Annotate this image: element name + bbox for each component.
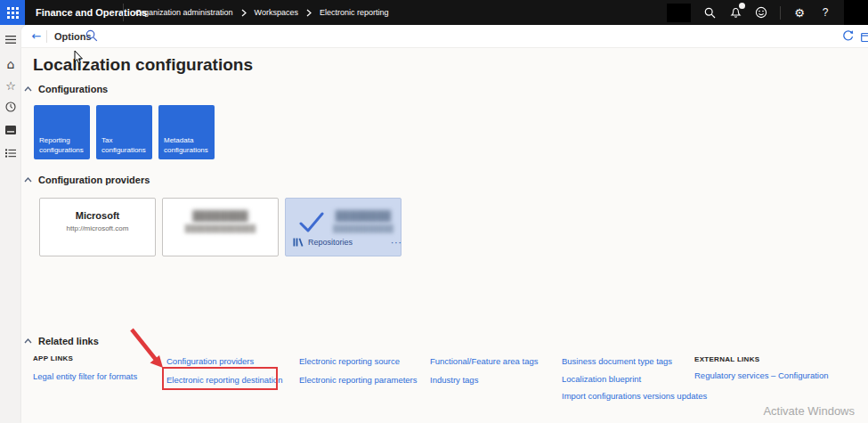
modules-list-icon[interactable] (0, 144, 21, 162)
app-links-column: APP LINKS Legal entity filter for format… (33, 354, 137, 381)
chevron-up-icon (24, 338, 32, 344)
link-regulatory-services-configuration[interactable]: Regulatory services – Configuration (694, 370, 829, 380)
provider-name: Microsoft (40, 210, 155, 221)
settings-gear-icon[interactable]: ⚙ (792, 4, 807, 20)
provider-name-redacted: ████████ (330, 210, 396, 221)
provider-card-microsoft[interactable]: Microsoft http://microsoft.com (39, 198, 156, 256)
chevron-right-icon (306, 9, 312, 17)
refresh-icon[interactable] (842, 29, 855, 45)
workspaces-icon[interactable] (0, 121, 21, 139)
notification-badge (739, 3, 745, 9)
links-column-2: Configuration providers Electronic repor… (166, 356, 282, 385)
link-business-document-type-tags[interactable]: Business document type tags (562, 356, 707, 366)
search-icon[interactable] (702, 4, 717, 20)
topbar-divider (123, 4, 124, 21)
provider-url-redacted: ████████████ (330, 224, 396, 232)
repositories-library-icon (293, 234, 304, 250)
configuration-tiles: Reporting configurations Tax configurati… (34, 105, 215, 159)
provider-card-selected[interactable]: ████████ ████████████ Repositories ··· (285, 198, 402, 256)
app-links-label: APP LINKS (33, 354, 137, 362)
breadcrumb: Organization administration Workspaces E… (135, 0, 388, 25)
redacted-environment-box[interactable] (667, 4, 691, 22)
topbar-divider (780, 6, 781, 20)
app-title[interactable]: Finance and Operations (36, 0, 147, 25)
provider-card-redacted[interactable]: ████████ ██████████████ (162, 198, 279, 256)
link-electronic-reporting-destination[interactable]: Electronic reporting destination (166, 375, 282, 385)
breadcrumb-item-org-admin[interactable]: Organization administration (135, 8, 233, 17)
chevron-up-icon (24, 177, 32, 183)
tile-reporting-configurations[interactable]: Reporting configurations (34, 105, 90, 159)
link-localization-blueprint[interactable]: Localization blueprint (562, 374, 707, 384)
action-pane (21, 25, 868, 48)
provider-url: http://microsoft.com (40, 224, 155, 232)
link-electronic-reporting-parameters[interactable]: Electronic reporting parameters (299, 375, 418, 385)
link-import-configurations-versions-updates[interactable]: Import configurations versions updates (562, 391, 707, 401)
tile-metadata-configurations[interactable]: Metadata configurations (158, 105, 215, 159)
waffle-icon (7, 7, 19, 19)
recent-clock-icon[interactable] (0, 98, 21, 116)
provider-url-redacted: ██████████████ (163, 224, 278, 232)
toolbar-divider (46, 30, 47, 43)
link-industry-tags[interactable]: Industry tags (430, 375, 538, 385)
provider-name-redacted: ████████ (163, 210, 278, 221)
tile-tax-configurations[interactable]: Tax configurations (96, 105, 152, 159)
links-column-5: Business document type tags Localization… (562, 356, 707, 401)
section-label: Configurations (38, 84, 108, 94)
breadcrumb-item-electronic-reporting[interactable]: Electronic reporting (320, 8, 389, 17)
back-arrow-button[interactable]: ← (28, 25, 45, 48)
repositories-link[interactable]: Repositories (308, 238, 353, 247)
page-title: Localization configurations (33, 55, 253, 75)
activate-windows-watermark: Activate Windows (763, 404, 855, 418)
providers-section-header[interactable]: Configuration providers (24, 175, 150, 185)
app-launcher-button[interactable] (0, 0, 25, 25)
mouse-cursor (74, 51, 84, 68)
left-nav-rail: ⌂ ☆ (0, 25, 21, 423)
related-links-section-header[interactable]: Related links (24, 336, 99, 346)
redacted-account-button[interactable] (844, 0, 868, 25)
breadcrumb-item-workspaces[interactable]: Workspaces (255, 8, 298, 17)
chevron-right-icon (241, 9, 247, 17)
annotation-arrow (125, 323, 169, 376)
favorites-star-icon[interactable]: ☆ (0, 77, 21, 94)
navigation-search-icon[interactable] (85, 29, 98, 45)
configurations-section-header[interactable]: Configurations (24, 84, 108, 94)
section-label: Related links (38, 336, 99, 346)
open-in-new-window-icon[interactable] (861, 30, 868, 46)
link-legal-entity-filter[interactable]: Legal entity filter for formats (33, 371, 137, 381)
section-label: Configuration providers (38, 175, 150, 185)
link-configuration-providers[interactable]: Configuration providers (166, 356, 282, 366)
notifications-bell-icon[interactable] (728, 4, 742, 20)
external-links-column: EXTERNAL LINKS Regulatory services – Con… (694, 355, 829, 380)
top-navigation-bar: Finance and Operations Organization admi… (0, 0, 868, 25)
topbar-actions: ⚙ ? (667, 0, 868, 25)
help-icon[interactable]: ? (818, 4, 832, 20)
more-options-button[interactable]: ··· (391, 238, 402, 248)
link-functional-feature-area-tags[interactable]: Functional/Feature area tags (430, 356, 538, 366)
feedback-smiley-icon[interactable] (754, 4, 768, 20)
expand-nav-hamburger-icon[interactable] (0, 30, 21, 48)
external-links-label: EXTERNAL LINKS (694, 355, 829, 363)
home-icon[interactable]: ⌂ (0, 55, 21, 73)
links-column-3: Electronic reporting source Electronic r… (299, 356, 418, 385)
chevron-up-icon (24, 86, 32, 92)
links-column-4: Functional/Feature area tags Industry ta… (430, 356, 538, 385)
link-electronic-reporting-source[interactable]: Electronic reporting source (299, 356, 418, 366)
